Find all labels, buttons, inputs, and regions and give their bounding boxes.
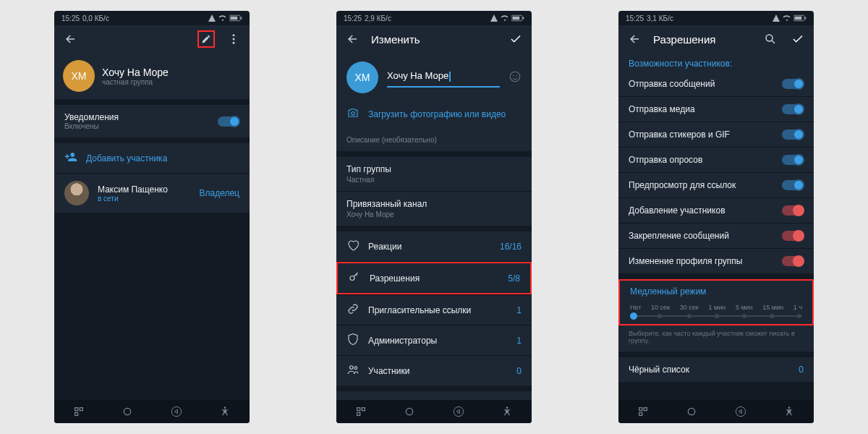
- member-row[interactable]: Максим Пащенко в сети Владелец: [54, 174, 250, 213]
- perm-send-polls[interactable]: Отправка опросов: [618, 148, 814, 172]
- slowmode-slider[interactable]: Нет 10 сек 30 сек 1 мин 5 мин 15 мин 1 ч: [620, 299, 812, 324]
- confirm-icon[interactable]: [789, 30, 807, 48]
- invite-value: 1: [516, 305, 522, 315]
- toggle[interactable]: [782, 205, 804, 216]
- linked-channel-row[interactable]: Привязанный канал Хочу На Море: [336, 192, 532, 226]
- upload-photo-row[interactable]: Загрузить фотографию или видео: [336, 99, 532, 129]
- perm-link-preview[interactable]: Предпросмотр для ссылок: [618, 173, 814, 197]
- members-row[interactable]: Участники 0: [336, 356, 532, 386]
- group-avatar[interactable]: ХМ: [346, 61, 378, 93]
- nav-recents-icon[interactable]: [637, 406, 649, 417]
- status-net: 3,1 КБ/с: [647, 14, 673, 22]
- edit-icon[interactable]: [197, 30, 215, 48]
- svg-rect-21: [795, 17, 802, 20]
- perm-send-messages[interactable]: Отправка сообщений: [618, 72, 814, 96]
- key-icon: [348, 271, 361, 286]
- svg-point-4: [233, 38, 235, 41]
- android-nav: [618, 400, 814, 423]
- search-icon[interactable]: [762, 30, 779, 48]
- nav-back-icon[interactable]: [735, 406, 746, 417]
- nav-accessibility-icon[interactable]: [219, 406, 231, 417]
- shield-icon: [346, 333, 359, 348]
- admins-row[interactable]: Администраторы 1: [336, 326, 532, 355]
- group-avatar[interactable]: ХМ: [63, 60, 95, 92]
- header: [54, 25, 250, 53]
- status-time: 15:25: [61, 14, 80, 22]
- perm-add-members[interactable]: Добавление участников: [618, 198, 814, 223]
- confirm-icon[interactable]: [507, 30, 524, 48]
- reactions-label: Реакции: [368, 242, 491, 252]
- nav-back-icon[interactable]: [171, 406, 182, 417]
- status-bar: 15:25 2,9 КБ/с: [336, 11, 532, 25]
- toggle[interactable]: [782, 104, 804, 114]
- blacklist-row[interactable]: Чёрный список 0: [618, 357, 814, 382]
- admins-label: Администраторы: [368, 336, 508, 346]
- invite-label: Пригласительные ссылки: [368, 305, 508, 315]
- emoji-icon[interactable]: [509, 70, 522, 85]
- members-value: 0: [516, 366, 522, 376]
- header-title: Разрешения: [653, 33, 752, 46]
- nav-back-icon[interactable]: [453, 406, 464, 417]
- nav-accessibility-icon[interactable]: [501, 406, 513, 417]
- status-icons: [490, 14, 524, 22]
- toggle[interactable]: [782, 180, 804, 190]
- status-icons: [772, 14, 807, 22]
- reactions-value: 16/16: [500, 242, 522, 252]
- permissions-row[interactable]: Разрешения 5/8: [336, 262, 532, 294]
- svg-point-15: [350, 276, 354, 281]
- back-icon[interactable]: [626, 30, 643, 48]
- notifications-row[interactable]: Уведомления Включены: [54, 105, 250, 137]
- status-icons: [208, 14, 242, 22]
- header-title: Изменить: [371, 33, 497, 46]
- group-type-row[interactable]: Тип группы Частная: [336, 157, 532, 191]
- toggle[interactable]: [782, 129, 804, 140]
- add-member-label: Добавить участника: [86, 153, 167, 163]
- nav-accessibility-icon[interactable]: [783, 406, 795, 417]
- nav-recents-icon[interactable]: [73, 406, 85, 417]
- notifications-state: Включены: [64, 122, 209, 130]
- reactions-row[interactable]: Реакции 16/16: [336, 231, 532, 261]
- perm-send-media[interactable]: Отправка медиа: [618, 97, 814, 122]
- group-type: частная группа: [102, 78, 169, 86]
- description-row[interactable]: Описание (необязательно): [336, 129, 532, 151]
- linked-channel-label: Привязанный канал: [346, 199, 427, 209]
- notifications-toggle[interactable]: [218, 116, 239, 127]
- android-nav: [336, 400, 532, 423]
- nav-recents-icon[interactable]: [355, 406, 367, 417]
- add-member-row[interactable]: Добавить участника: [54, 143, 250, 173]
- svg-rect-22: [805, 17, 807, 20]
- svg-rect-10: [523, 17, 524, 20]
- back-icon[interactable]: [344, 30, 361, 48]
- perm-pin-messages[interactable]: Закрепление сообщений: [618, 224, 814, 248]
- perm-edit-profile[interactable]: Изменение профиля группы: [618, 249, 814, 273]
- svg-point-7: [224, 407, 226, 409]
- nav-home-icon[interactable]: [404, 406, 415, 417]
- toggle[interactable]: [782, 231, 804, 241]
- svg-point-3: [233, 34, 235, 36]
- nav-home-icon[interactable]: [686, 406, 697, 417]
- svg-point-17: [354, 367, 357, 370]
- svg-point-6: [124, 408, 131, 414]
- toggle[interactable]: [782, 155, 804, 165]
- perm-send-stickers[interactable]: Отправка стикеров и GIF: [618, 122, 814, 147]
- svg-point-16: [350, 366, 354, 370]
- nav-home-icon[interactable]: [122, 406, 133, 417]
- screen-group-profile: 15:25 0,0 КБ/с ХМ Хочу На Море частная г…: [54, 11, 250, 423]
- more-icon[interactable]: [225, 30, 242, 48]
- member-avatar: [64, 181, 89, 205]
- svg-point-11: [510, 72, 520, 82]
- group-name-edit-row: ХМ Хочу На Море: [336, 53, 532, 99]
- status-time: 15:25: [626, 14, 644, 22]
- toggle[interactable]: [782, 79, 804, 89]
- slider-thumb[interactable]: [630, 312, 637, 320]
- invite-links-row[interactable]: Пригласительные ссылки 1: [336, 295, 532, 325]
- toggle[interactable]: [782, 256, 804, 266]
- back-icon[interactable]: [61, 30, 79, 48]
- status-time: 15:25: [344, 14, 362, 22]
- capabilities-header: Возможности участников:: [618, 53, 814, 72]
- group-type-label: Тип группы: [346, 164, 391, 174]
- status-net: 0,0 КБ/с: [82, 14, 109, 22]
- upload-label: Загрузить фотографию или видео: [368, 109, 506, 119]
- header: Разрешения: [618, 25, 814, 53]
- group-name-input[interactable]: Хочу На Море: [387, 67, 500, 88]
